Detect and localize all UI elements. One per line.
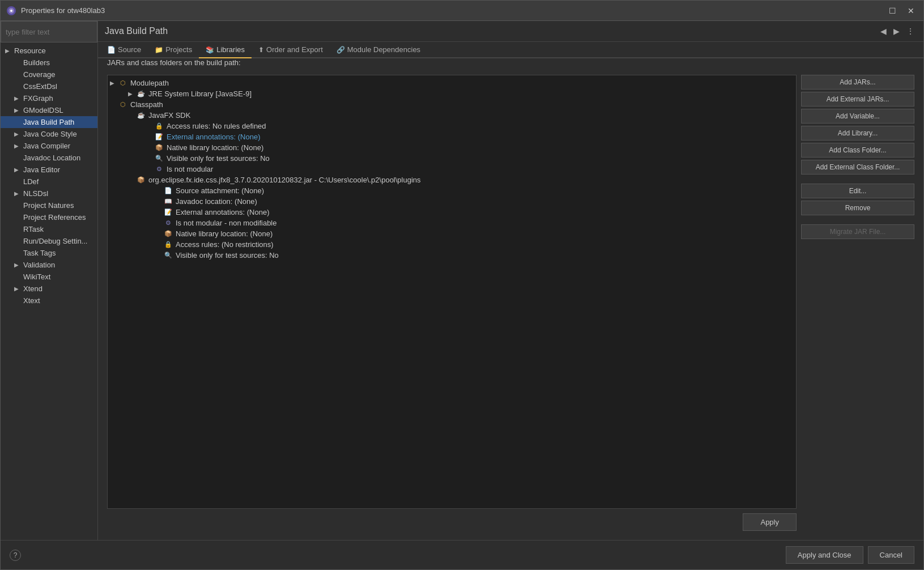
add-jars-button[interactable]: Add JARs... [801,75,914,90]
add-variable-button[interactable]: Add Variable... [801,109,914,124]
sidebar-item-ldef[interactable]: LDef [1,176,97,188]
sidebar-item-rtask[interactable]: RTask [1,223,97,235]
sidebar-item-validation[interactable]: ▶ Validation [1,259,97,271]
build-path-description: JARs and class folders on the build path… [103,58,919,70]
not-modular2-icon: ⚙ [163,219,173,227]
sidebar-item-xtend[interactable]: ▶ Xtend [1,283,97,295]
tab-libraries-label: Libraries [216,45,245,54]
visible-test2-icon: 🔍 [163,252,173,260]
arrow-icon: ▶ [14,107,21,113]
sidebar-item-nlsdsl[interactable]: ▶ NLSDsl [1,188,97,199]
tree-item-access-rules2[interactable]: 🔒 Access rules: (No restrictions) [108,239,796,250]
tab-libraries[interactable]: 📚 Libraries [199,42,252,58]
visible-test-icon: 🔍 [154,155,164,163]
tree-item-classpath[interactable]: ⬡ Classpath [108,99,796,110]
apply-and-close-button[interactable]: Apply and Close [786,546,863,564]
native-lib-icon: 📦 [154,144,164,152]
tree-label: External annotations: (None) [167,133,260,141]
sidebar-item-javadoc-location[interactable]: Javadoc Location [1,152,97,164]
close-button[interactable]: ✕ [904,5,918,16]
migrate-jar-button[interactable]: Migrate JAR File... [801,224,914,239]
sidebar-item-java-code-style[interactable]: ▶ Java Code Style [1,128,97,140]
main-content: ▶ Resource Builders Coverage CssExtDsl [1,21,923,540]
javadoc-loc-icon: 📖 [163,198,173,206]
tree-item-javadoc-location[interactable]: 📖 Javadoc location: (None) [108,196,796,207]
tree-item-visible-test[interactable]: 🔍 Visible only for test sources: No [108,153,796,164]
tree-item-modulepath[interactable]: ▶ ⬡ Modulepath [108,78,796,88]
remove-button[interactable]: Remove [801,201,914,215]
sidebar-label: Project References [23,213,86,222]
sidebar-item-resource[interactable]: ▶ Resource [1,45,97,57]
help-icon[interactable]: ? [10,550,21,561]
button-spacer [801,218,914,222]
tree-view[interactable]: ▶ ⬡ Modulepath ▶ ☕ JRE System Library [J [107,75,797,509]
add-library-button[interactable]: Add Library... [801,126,914,141]
apply-button[interactable]: Apply [743,513,797,531]
arrow-icon: ▶ [14,131,21,137]
sidebar-item-task-tags[interactable]: Task Tags [1,247,97,259]
panel-title: Java Build Path [105,26,168,36]
javafx-icon: ☕ [136,112,146,120]
sidebar-item-project-references[interactable]: Project References [1,211,97,223]
tree-item-org-eclipse-jar[interactable]: 📦 org.eclipse.fx.ide.css.jfx8_3.7.0.2020… [108,175,796,185]
tree-label: Access rules: No rules defined [167,122,266,130]
jar-icon: 📦 [136,176,146,184]
ext-anno2-icon: 📝 [163,209,173,216]
sidebar-label: Java Editor [23,165,60,174]
sidebar-item-run-debug[interactable]: Run/Debug Settin... [1,235,97,247]
cancel-button[interactable]: Cancel [868,546,914,564]
sidebar-item-xtext[interactable]: Xtext [1,295,97,307]
tree-item-native-library2[interactable]: 📦 Native library location: (None) [108,228,796,239]
add-external-jars-button[interactable]: Add External JARs... [801,92,914,107]
sidebar-item-builders[interactable]: Builders [1,57,97,69]
tab-source[interactable]: 📄 Source [100,42,148,58]
tree-item-source-attachment[interactable]: 📄 Source attachment: (None) [108,185,796,196]
title-bar: Properties for otw480lab3 ☐ ✕ [1,1,923,21]
apply-btn-row: Apply [107,509,797,531]
sidebar-label: Javadoc Location [23,154,80,162]
sidebar-item-wikitext[interactable]: WikiText [1,271,97,283]
tab-order-export[interactable]: ⬆ Order and Export [252,42,330,58]
add-class-folder-button[interactable]: Add Class Folder... [801,143,914,158]
sidebar-label: Project Natures [23,201,74,210]
sidebar-item-java-compiler[interactable]: ▶ Java Compiler [1,140,97,152]
filter-input[interactable] [1,21,97,42]
expand-arrow-icon: ▶ [128,91,135,97]
arrow-icon: ▶ [5,48,12,54]
sidebar-item-coverage[interactable]: Coverage [1,69,97,80]
forward-button[interactable]: ▶ [891,25,902,37]
tab-module-dependencies[interactable]: 🔗 Module Dependencies [330,42,427,58]
window-title: Properties for otw480lab3 [21,6,885,15]
sidebar-item-fxgraph[interactable]: ▶ FXGraph [1,92,97,104]
menu-button[interactable]: ⋮ [904,25,917,37]
tree-item-javafx-sdk[interactable]: ☕ JavaFX SDK [108,110,796,121]
tree-item-not-modular[interactable]: ⚙ Is not modular [108,164,796,175]
tree-label: Is not modular - non modifiable [176,219,276,227]
tree-item-not-modular2[interactable]: ⚙ Is not modular - non modifiable [108,218,796,228]
tree-item-jre[interactable]: ▶ ☕ JRE System Library [JavaSE-9] [108,88,796,99]
modulepath-icon: ⬡ [118,79,128,87]
tree-label: Native library location: (None) [167,143,263,152]
app-icon [6,6,16,16]
tree-item-visible-test2[interactable]: 🔍 Visible only for test sources: No [108,250,796,261]
tree-item-native-library[interactable]: 📦 Native library location: (None) [108,142,796,153]
maximize-button[interactable]: ☐ [885,5,900,16]
svg-point-2 [10,10,12,12]
sidebar-item-gmodeldsl[interactable]: ▶ GModelDSL [1,104,97,116]
add-external-class-folder-button[interactable]: Add External Class Folder... [801,160,914,175]
sidebar-label: Java Code Style [23,130,77,138]
jre-icon: ☕ [136,90,146,98]
edit-button[interactable]: Edit... [801,184,914,198]
tree-item-access-rules[interactable]: 🔒 Access rules: No rules defined [108,121,796,131]
sidebar-item-project-natures[interactable]: Project Natures [1,199,97,211]
tree-item-external-annotations[interactable]: 📝 External annotations: (None) [108,131,796,142]
back-button[interactable]: ◀ [878,25,889,37]
tree-label: Access rules: (No restrictions) [176,240,274,249]
sidebar-item-cssextdsl[interactable]: CssExtDsl [1,80,97,92]
tree-item-ext-annotations2[interactable]: 📝 External annotations: (None) [108,207,796,218]
tabs-bar: 📄 Source 📁 Projects 📚 Libraries ⬆ Order … [98,42,923,58]
footer-left: ? [10,550,21,561]
sidebar-item-java-editor[interactable]: ▶ Java Editor [1,164,97,176]
tab-projects[interactable]: 📁 Projects [148,42,199,58]
sidebar-item-java-build-path[interactable]: Java Build Path [1,116,97,128]
